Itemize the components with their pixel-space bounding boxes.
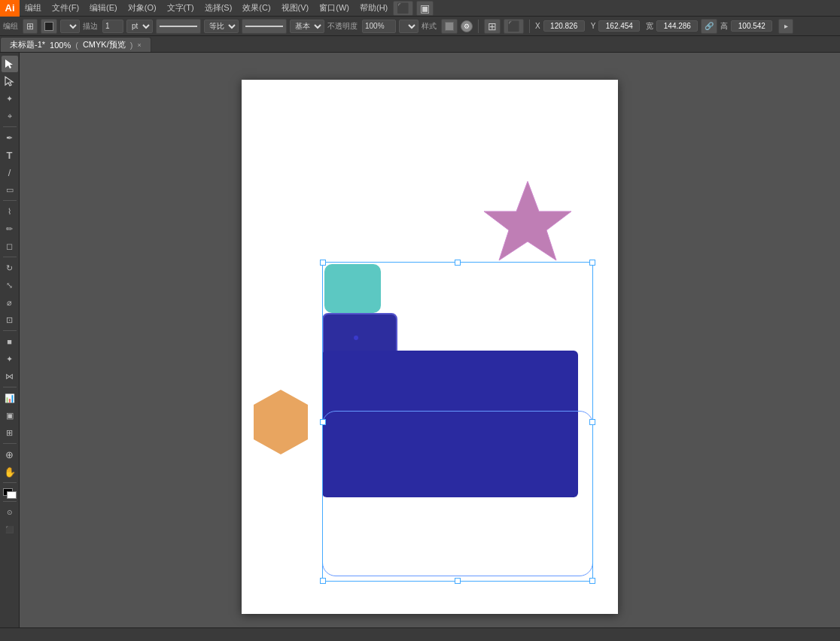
tool-sep-6 <box>3 443 17 444</box>
toolbar: 编组 ⊞ 描边 pt 等比 基本 不透明度 样式 ⚙ ⊞ ⬛ X 120.826… <box>0 17 840 36</box>
rect-tool[interactable]: ▭ <box>2 181 18 198</box>
align-icon[interactable]: ⊞ <box>484 19 501 34</box>
stroke-unit-select[interactable]: pt <box>126 20 153 33</box>
lasso-tool[interactable]: ⌖ <box>2 108 18 124</box>
document-tab[interactable]: 未标题-1* 100% ( CMYK/预览 ) × <box>0 37 151 52</box>
transform2-icon[interactable]: ⬛ <box>504 19 524 34</box>
eraser-tool[interactable]: ◻ <box>2 238 18 254</box>
tool-sep-8 <box>3 501 17 502</box>
slice-tool[interactable]: ⊞ <box>2 424 18 441</box>
x-value[interactable]: 120.826 <box>543 20 585 32</box>
pen-tool[interactable]: ✒ <box>2 129 18 146</box>
artboard <box>242 80 618 614</box>
style-color[interactable] <box>441 19 458 34</box>
svg-marker-0 <box>5 59 13 68</box>
menu-window[interactable]: 窗口(W) <box>314 0 355 16</box>
tool-sep-1 <box>3 126 17 127</box>
menu-view[interactable]: 视图(V) <box>276 0 315 16</box>
artboard-tool[interactable]: ▣ <box>2 407 18 424</box>
direct-selection-tool[interactable] <box>2 73 18 90</box>
chart-tool[interactable]: 📊 <box>2 390 18 406</box>
teal-rect-shape[interactable] <box>324 264 381 313</box>
sel-handle-bl[interactable] <box>320 578 326 584</box>
menu-text[interactable]: 文字(T) <box>162 0 199 16</box>
draw-mode-btn[interactable]: ⊙ <box>2 504 18 521</box>
menu-help[interactable]: 帮助(H) <box>355 0 393 16</box>
stroke-ratio-select[interactable]: 等比 <box>204 20 239 33</box>
menu-edit[interactable]: 编辑(E) <box>84 0 123 16</box>
color-boxes[interactable] <box>3 488 17 499</box>
text-tool[interactable]: T <box>2 147 18 163</box>
menu-select[interactable]: 选择(S) <box>199 0 238 16</box>
screen-mode-btn[interactable]: ⬛ <box>2 521 18 538</box>
style-label: 样式 <box>422 21 437 32</box>
scale-tool[interactable]: ⤡ <box>2 277 18 293</box>
svg-marker-1 <box>5 77 13 86</box>
tab-title: 未标题-1* <box>10 39 45 50</box>
menubar: Ai 编组 文件(F) 编辑(E) 对象(O) 文字(T) 选择(S) 效果(C… <box>0 0 840 17</box>
y-value[interactable]: 162.454 <box>598 20 640 32</box>
menu-items: 编组 文件(F) 编辑(E) 对象(O) 文字(T) 选择(S) 效果(C) 视… <box>20 0 438 16</box>
hand-tool[interactable]: ✋ <box>2 463 18 480</box>
selection-tool[interactable] <box>2 56 18 72</box>
svg-marker-2 <box>484 181 571 260</box>
y-label: Y <box>591 22 596 30</box>
menu-effect[interactable]: 效果(C) <box>237 0 275 16</box>
w-label: 宽 <box>646 21 653 32</box>
menu-group[interactable]: 编组 <box>20 0 47 16</box>
sel-handle-bm[interactable] <box>455 578 461 584</box>
blend-tool[interactable]: ⋈ <box>2 368 18 384</box>
stroke-style-line[interactable] <box>242 19 287 34</box>
stroke-dash-line[interactable] <box>156 19 201 34</box>
tabbar: 未标题-1* 100% ( CMYK/预览 ) × <box>0 36 840 53</box>
eyedropper-tool[interactable]: ✦ <box>2 351 18 367</box>
fill-btn[interactable] <box>41 19 57 34</box>
rotate-tool[interactable]: ↻ <box>2 260 18 276</box>
h-value[interactable]: 100.542 <box>731 20 772 32</box>
paintbrush-tool[interactable]: ⌇ <box>2 203 18 220</box>
link-wh-btn[interactable]: 🔗 <box>701 19 717 34</box>
tab-mode-text: CMYK/预览 <box>83 39 126 50</box>
tool-sep-4 <box>3 330 17 331</box>
app-logo: Ai <box>0 0 20 17</box>
background-color[interactable] <box>7 491 17 499</box>
line-tool[interactable]: / <box>2 164 18 181</box>
transform-icon[interactable]: ⊞ <box>23 19 38 34</box>
zoom-tool[interactable]: ⊕ <box>2 446 18 463</box>
style-options-btn[interactable]: ⚙ <box>461 20 473 32</box>
workspace-icon[interactable]: ▣ <box>416 1 434 16</box>
gradient-tool[interactable]: ■ <box>2 333 18 350</box>
stroke-value-input[interactable] <box>102 20 123 33</box>
sel-handle-tr[interactable] <box>589 260 595 266</box>
menu-file[interactable]: 文件(F) <box>47 0 84 16</box>
left-toolbar: ✦ ⌖ ✒ T / ▭ ⌇ ✏ ◻ ↻ ⤡ ⌀ ⊡ ■ ✦ ⋈ 📊 ▣ ⊞ ⊕ … <box>0 53 20 641</box>
sel-handle-tm[interactable] <box>455 260 461 266</box>
h-label: 高 <box>720 21 728 32</box>
magic-wand-tool[interactable]: ✦ <box>2 90 18 107</box>
sel-handle-tl[interactable] <box>320 260 326 266</box>
tab-mode-close: ) <box>130 41 133 50</box>
fill-select[interactable] <box>60 20 80 33</box>
tool-sep-7 <box>3 482 17 483</box>
pencil-tool[interactable]: ✏ <box>2 220 18 237</box>
star-shape[interactable] <box>475 178 580 275</box>
stroke-style-select[interactable]: 基本 <box>290 20 324 33</box>
group-label: 编组 <box>3 21 18 32</box>
tab-mode: ( <box>75 41 78 50</box>
menu-object[interactable]: 对象(O) <box>123 0 162 16</box>
sel-handle-br[interactable] <box>589 578 595 584</box>
warp-tool[interactable]: ⌀ <box>2 294 18 311</box>
tool-sep-5 <box>3 387 17 387</box>
tool-sep-3 <box>3 257 17 257</box>
w-value[interactable]: 144.286 <box>656 20 698 32</box>
hexagon-shape[interactable] <box>251 388 311 456</box>
arrange-icon[interactable]: ⬛ <box>393 1 413 16</box>
canvas-area[interactable] <box>20 53 840 641</box>
free-transform-tool[interactable]: ⊡ <box>2 311 18 328</box>
tab-zoom: 100% <box>50 41 71 50</box>
rounded-rect-large-shape[interactable] <box>322 411 593 576</box>
opacity-input[interactable] <box>362 20 396 33</box>
more-options-btn[interactable]: ▸ <box>778 19 793 34</box>
opacity-select[interactable] <box>399 20 418 33</box>
tab-close-btn[interactable]: × <box>137 41 141 49</box>
